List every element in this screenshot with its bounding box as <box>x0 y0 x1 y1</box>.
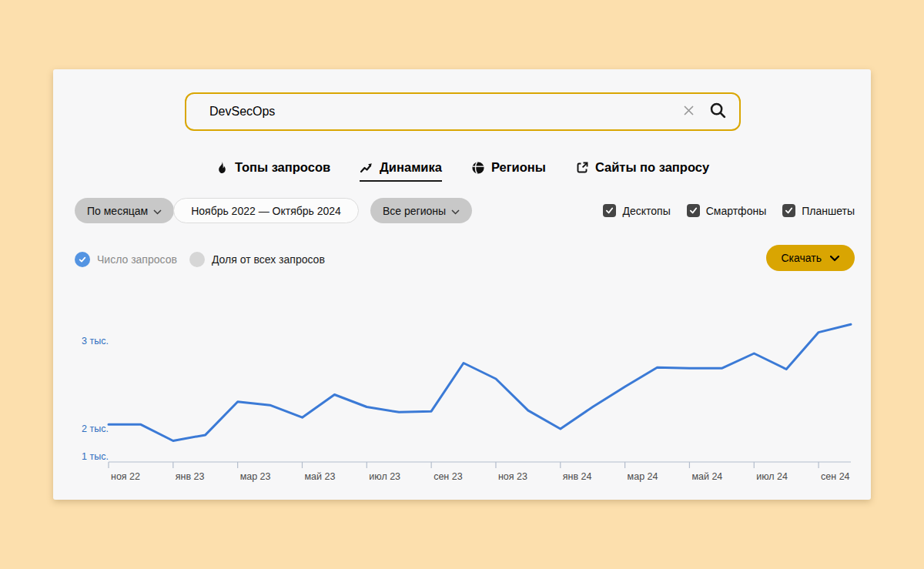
y-axis-label: 2 тыс. <box>82 423 109 434</box>
x-axis-label: сен 24 <box>821 471 850 482</box>
x-axis-label: ноя 22 <box>111 471 140 482</box>
x-axis-label: ноя 23 <box>498 471 527 482</box>
y-axis-label: 3 тыс. <box>82 336 109 346</box>
x-axis-label: май 23 <box>304 471 335 482</box>
x-axis-label: янв 24 <box>563 471 592 482</box>
x-axis-label: май 24 <box>691 471 722 482</box>
x-axis-label: мар 24 <box>628 471 658 482</box>
y-axis-label: 1 тыс. <box>82 451 109 462</box>
x-axis-label: янв 23 <box>176 471 205 482</box>
x-axis-label: сен 23 <box>434 471 463 482</box>
x-axis-label: мар 23 <box>240 471 271 482</box>
wordstat-panel: Топы запросов Динамика Регионы Сайты по … <box>53 69 871 500</box>
x-axis-label: июл 24 <box>756 471 788 482</box>
x-axis-label: июл 23 <box>369 471 400 482</box>
trend-line <box>109 324 851 440</box>
trend-chart: ноя 22янв 23мар 23май 23июл 23сен 23ноя … <box>53 69 871 500</box>
